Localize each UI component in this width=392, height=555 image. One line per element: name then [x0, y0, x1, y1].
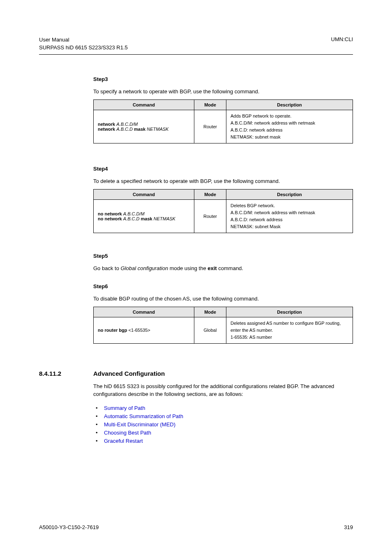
bullet-link[interactable]: Summary of Path: [104, 405, 145, 411]
step3-block: Step3 To specify a network to operate wi…: [93, 76, 353, 143]
step4-mode-cell: Router: [194, 200, 226, 233]
cmd-arg: A.B.C.D/M: [116, 122, 138, 127]
table-row: no network A.B.C.D/M no network A.B.C.D …: [94, 200, 353, 233]
list-item: Graceful Restart: [93, 437, 353, 445]
step6-mode-cell: Global: [194, 317, 226, 343]
cmd-kw: no network: [98, 211, 123, 216]
step6-th-command: Command: [94, 307, 194, 317]
desc-line: A.B.C.D: network address: [231, 216, 348, 223]
header-subtitle: SURPASS hiD 6615 S223/S323 R1.5: [39, 44, 128, 52]
list-item: Choosing Best Path: [93, 429, 353, 437]
table-row: network A.B.C.D/M network A.B.C.D mask N…: [94, 110, 353, 143]
step5-mode-name: Global configuration: [120, 265, 168, 271]
cmd-arg: NETMASK: [154, 216, 175, 221]
list-item: Summary of Path: [93, 404, 353, 412]
cmd-arg: A.B.C.D: [123, 216, 141, 221]
desc-line: A.B.C.D/M: network address with netmask: [231, 120, 348, 127]
step4-th-mode: Mode: [194, 190, 226, 200]
step3-th-mode: Mode: [194, 99, 226, 110]
cmd-arg: NETMASK: [147, 127, 168, 132]
cmd-arg: A.B.C.D/M: [123, 211, 145, 216]
step5-label: Step5: [93, 253, 353, 259]
desc-line: NETMASK: subnet Mask: [231, 223, 348, 230]
step4-intro: To delete a specified network to operate…: [93, 178, 353, 185]
list-item: Automatic Summarization of Path: [93, 412, 353, 421]
bullet-link[interactable]: Graceful Restart: [104, 438, 143, 444]
cmd-arg: <1-65535>: [129, 328, 150, 333]
step5-block: Step5 Go back to Global configuration mo…: [93, 253, 353, 272]
desc-line: 1-65535: AS number: [231, 334, 348, 341]
desc-line: Deletes assigned AS number to configure …: [231, 320, 348, 334]
step3-intro: To specify a network to operate with BGP…: [93, 88, 353, 95]
page-header: User Manual SURPASS hiD 6615 S223/S323 R…: [39, 36, 353, 52]
step3-label: Step3: [93, 76, 353, 82]
step6-intro: To disable BGP routing of the chosen AS,…: [93, 295, 353, 303]
step6-cmd-cell: no router bgp <1-65535>: [94, 317, 194, 343]
table-row: no router bgp <1-65535> Global Deletes a…: [94, 317, 353, 343]
step6-table: Command Mode Description no router bgp <…: [93, 307, 353, 344]
bullet-link[interactable]: Choosing Best Path: [104, 430, 151, 436]
step4-block: Step4 To delete a specified network to o…: [93, 166, 353, 233]
step4-cmd-cell: no network A.B.C.D/M no network A.B.C.D …: [94, 200, 194, 233]
step4-th-description: Description: [226, 190, 353, 200]
desc-line: Deletes BGP network.: [231, 202, 348, 209]
step3-cmd-cell: network A.B.C.D/M network A.B.C.D mask N…: [94, 110, 194, 143]
step6-label: Step6: [93, 283, 353, 289]
step5-exit-cmd: exit: [208, 265, 217, 271]
cmd-kw: no router bgp: [98, 328, 129, 333]
step3-mode-cell: Router: [194, 110, 226, 143]
section-paragraph: The hiD 6615 S323 is possibly configured…: [93, 383, 353, 398]
cmd-kw: network: [98, 127, 116, 132]
header-divider: [39, 54, 353, 55]
desc-line: A.B.C.D: network address: [231, 127, 348, 134]
header-right: UMN:CLI: [331, 36, 353, 52]
step4-label: Step4: [93, 166, 353, 172]
step4-th-command: Command: [94, 190, 194, 200]
step3-th-description: Description: [226, 99, 353, 110]
step5-part1: Go back to: [93, 265, 120, 271]
step4-desc-cell: Deletes BGP network. A.B.C.D/M: network …: [226, 200, 353, 233]
step3-table: Command Mode Description network A.B.C.D…: [93, 99, 353, 143]
step6-th-mode: Mode: [194, 307, 226, 317]
footer-doc-id: A50010-Y3-C150-2-7619: [39, 524, 99, 530]
cmd-kw: mask: [134, 127, 147, 132]
cmd-arg: A.B.C.D: [116, 127, 134, 132]
footer-page-number: 319: [344, 524, 353, 530]
bullet-link[interactable]: Automatic Summarization of Path: [104, 413, 183, 419]
cmd-kw: network: [98, 122, 116, 127]
step5-text: Go back to Global configuration mode usi…: [93, 265, 353, 272]
section-heading: 8.4.11.2 Advanced Configuration: [39, 370, 353, 377]
section-title: Advanced Configuration: [93, 370, 165, 377]
bullet-link[interactable]: Multi-Exit Discriminator (MED): [104, 421, 175, 428]
header-title: User Manual: [39, 36, 128, 44]
desc-line: Adds BGP network to operate.: [231, 113, 348, 120]
section-bullet-list: Summary of Path Automatic Summarization …: [93, 404, 353, 446]
step4-table: Command Mode Description no network A.B.…: [93, 189, 353, 233]
step3-th-command: Command: [94, 99, 194, 110]
desc-line: NETMASK: subnet mask: [231, 134, 348, 141]
step5-part5: command.: [217, 265, 243, 271]
cmd-kw: mask: [141, 216, 154, 221]
desc-line: A.B.C.D/M: network address with netmask: [231, 209, 348, 216]
cmd-kw: no network: [98, 216, 123, 221]
step6-desc-cell: Deletes assigned AS number to configure …: [226, 317, 353, 343]
step3-desc-cell: Adds BGP network to operate. A.B.C.D/M: …: [226, 110, 353, 143]
list-item: Multi-Exit Discriminator (MED): [93, 421, 353, 429]
step6-th-description: Description: [226, 307, 353, 317]
step6-block: Step6 To disable BGP routing of the chos…: [93, 283, 353, 344]
step5-part3: mode using the: [168, 265, 208, 271]
page-footer: A50010-Y3-C150-2-7619 319: [39, 524, 353, 530]
header-left: User Manual SURPASS hiD 6615 S223/S323 R…: [39, 36, 128, 52]
section-number: 8.4.11.2: [39, 370, 79, 377]
